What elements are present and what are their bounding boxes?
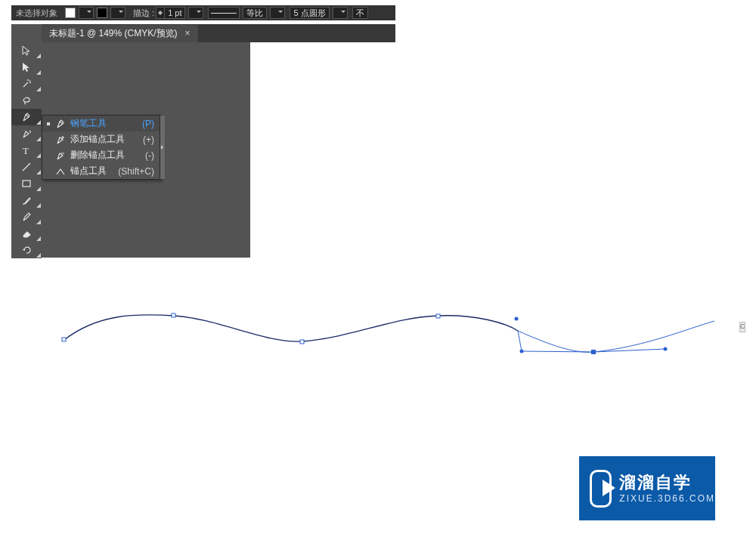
anchor-point[interactable] xyxy=(300,340,304,344)
direct-selection-icon xyxy=(21,62,32,73)
rectangle-tool[interactable] xyxy=(11,175,42,192)
play-icon xyxy=(590,470,612,508)
lasso-tool[interactable] xyxy=(11,92,42,109)
pencil-tool[interactable] xyxy=(11,208,42,225)
document-tab[interactable]: 未标题-1 @ 149% (CMYK/预览) × xyxy=(42,25,199,42)
flyout-item-add-anchor[interactable]: 添加锚点工具 (+) xyxy=(42,131,160,147)
anchor-point[interactable] xyxy=(172,313,175,317)
watermark-badge: 溜溜自学 ZIXUE.3D66.COM xyxy=(579,456,715,520)
options-bar: 未选择对象 描边 : 1 pt 等比 5 点圆形 不 xyxy=(11,5,395,20)
close-tab-icon[interactable]: × xyxy=(185,28,191,39)
rotate-tool[interactable] xyxy=(11,242,42,258)
paintbrush-tool[interactable] xyxy=(11,192,42,208)
direction-handle-line[interactable] xyxy=(518,331,522,351)
selection-tool[interactable] xyxy=(11,42,42,59)
tools-panel: T xyxy=(11,42,42,258)
stroke-weight-value[interactable]: 1 pt xyxy=(165,7,185,19)
document-tab-title: 未标题-1 @ 149% (CMYK/预览) xyxy=(49,27,178,40)
fill-dropdown[interactable] xyxy=(79,7,94,19)
watermark-url: ZIXUE.3D66.COM xyxy=(619,493,715,504)
anchor-point-selected[interactable] xyxy=(591,350,596,354)
flyout-item-label: 添加锚点工具 xyxy=(67,133,143,146)
direction-handle-point[interactable] xyxy=(515,317,519,321)
edge-crop-marker: C xyxy=(739,322,745,332)
rectangle-icon xyxy=(21,178,32,189)
path-preview-segment xyxy=(518,321,714,352)
flyout-item-label: 删除锚点工具 xyxy=(67,149,145,162)
flyout-item-pen[interactable]: 钢笔工具 (P) xyxy=(42,116,160,131)
anchor-point[interactable] xyxy=(436,314,440,318)
flyout-item-delete-anchor[interactable]: 删除锚点工具 (-) xyxy=(42,147,160,163)
pen-icon xyxy=(21,112,32,122)
opacity-trunc: 不 xyxy=(352,7,368,19)
paintbrush-icon xyxy=(21,195,32,205)
fill-swatch[interactable] xyxy=(65,8,76,18)
watermark-title: 溜溜自学 xyxy=(619,473,715,492)
line-segment-tool[interactable] xyxy=(11,159,42,175)
type-icon: T xyxy=(21,145,32,156)
curvature-icon xyxy=(21,128,32,139)
flyout-item-shortcut: (P) xyxy=(142,119,157,129)
direct-selection-tool[interactable] xyxy=(11,59,42,76)
curvature-tool[interactable] xyxy=(11,125,42,142)
stroke-profile-preview[interactable] xyxy=(208,7,240,19)
magic-wand-tool[interactable] xyxy=(11,76,42,92)
svg-rect-2 xyxy=(23,181,30,187)
stroke-dropdown[interactable] xyxy=(110,7,125,19)
flyout-item-shortcut: (Shift+C) xyxy=(118,166,157,177)
flyout-item-label: 钢笔工具 xyxy=(67,117,142,130)
direction-handle-point[interactable] xyxy=(520,350,524,353)
selected-dot-icon xyxy=(47,122,50,125)
line-icon xyxy=(21,162,32,172)
ratio-label: 等比 xyxy=(243,7,267,19)
svg-line-1 xyxy=(23,163,30,171)
selection-status: 未选择对象 xyxy=(11,8,62,19)
pen-minus-icon xyxy=(54,150,67,161)
magic-wand-icon xyxy=(21,79,32,89)
anchor-convert-icon xyxy=(54,166,67,177)
stroke-label: 描边 : xyxy=(133,8,154,19)
type-tool[interactable]: T xyxy=(11,142,42,159)
flyout-item-label: 锚点工具 xyxy=(67,165,118,177)
path-segment[interactable] xyxy=(64,315,518,341)
stepper-arrows-icon[interactable] xyxy=(156,7,165,19)
pen-tool-flyout: 钢笔工具 (P) 添加锚点工具 (+) 删除锚点工具 (-) 锚点工具 (Shi… xyxy=(42,115,161,180)
selection-icon xyxy=(21,45,32,56)
tearoff-handle[interactable] xyxy=(160,116,165,179)
eraser-icon xyxy=(21,228,32,239)
ratio-dropdown[interactable] xyxy=(270,7,285,19)
stroke-weight-dropdown[interactable] xyxy=(188,7,203,19)
corner-value[interactable]: 5 点圆形 xyxy=(290,7,329,19)
corner-dropdown[interactable] xyxy=(333,7,348,19)
eraser-tool[interactable] xyxy=(11,225,42,242)
anchor-point[interactable] xyxy=(62,338,66,341)
flyout-item-shortcut: (+) xyxy=(143,134,157,145)
stroke-swatch[interactable] xyxy=(97,8,107,18)
pen-plus-icon xyxy=(54,134,67,145)
pen-icon xyxy=(54,119,67,129)
direction-handle-point[interactable] xyxy=(664,347,668,351)
bezier-path[interactable] xyxy=(45,287,741,393)
flyout-item-anchor-convert[interactable]: 锚点工具 (Shift+C) xyxy=(42,163,160,179)
pen-tool[interactable] xyxy=(11,109,42,125)
pencil-icon xyxy=(21,211,32,222)
flyout-item-shortcut: (-) xyxy=(145,150,157,161)
rotate-icon xyxy=(21,245,32,255)
stroke-weight-stepper[interactable]: 1 pt xyxy=(156,7,185,19)
document-tab-bar: 未标题-1 @ 149% (CMYK/预览) × xyxy=(42,24,395,42)
direction-handle-line[interactable] xyxy=(522,351,593,352)
lasso-icon xyxy=(21,95,32,106)
svg-text:T: T xyxy=(23,145,29,156)
